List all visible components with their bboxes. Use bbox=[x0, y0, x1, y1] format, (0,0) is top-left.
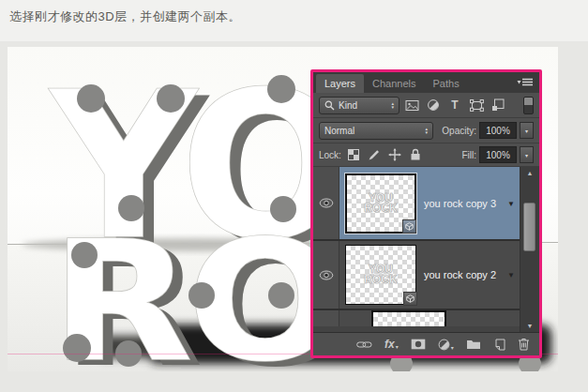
visibility-toggle[interactable] bbox=[313, 241, 339, 309]
layer-name[interactable]: you rock copy 3 bbox=[424, 198, 496, 209]
blend-mode-dropdown[interactable]: Normal ▴▾ bbox=[319, 122, 433, 140]
marquee-dot bbox=[268, 282, 294, 309]
lock-transparency-button[interactable] bbox=[345, 147, 362, 163]
layer-effects-arrow-icon[interactable]: ▼ bbox=[507, 199, 515, 207]
adjustment-layer-button[interactable]: ▾ bbox=[438, 339, 454, 351]
adjustment-layer-icon bbox=[438, 339, 450, 351]
tab-channels[interactable]: Channels bbox=[364, 74, 424, 93]
layer-style-button[interactable]: fx ▾ bbox=[384, 339, 399, 350]
opacity-label: Opacity: bbox=[442, 126, 476, 136]
layer-name[interactable]: you rock copy 2 bbox=[424, 269, 496, 280]
opacity-value-field[interactable]: 100% bbox=[479, 122, 517, 139]
type-filter-icon: T bbox=[451, 98, 458, 112]
lock-pixels-button[interactable] bbox=[366, 147, 383, 163]
lock-position-icon bbox=[388, 148, 401, 161]
adjustment-filter-icon bbox=[427, 98, 440, 112]
opacity-dropdown-button[interactable]: ▾ bbox=[520, 122, 534, 139]
lock-pixels-icon bbox=[368, 148, 381, 161]
screenshot-root: 选择刚才修改的3D层，并创建两个副本。 YO YO RO bbox=[0, 0, 588, 392]
filter-toggle[interactable] bbox=[523, 97, 534, 114]
layer-effects-arrow-icon[interactable]: ▼ bbox=[507, 271, 515, 279]
filter-kind-label: Kind bbox=[339, 100, 357, 111]
delete-layer-button[interactable] bbox=[518, 338, 530, 351]
delete-layer-icon bbox=[518, 338, 530, 351]
new-layer-button[interactable] bbox=[493, 339, 505, 351]
lock-label: Lock: bbox=[319, 150, 341, 160]
layer-thumbnail[interactable]: YOUROCK bbox=[345, 245, 416, 305]
marquee-dot bbox=[267, 75, 295, 103]
layers-list: YOUROCK you rock copy 3 ▼ bbox=[313, 167, 539, 332]
layer-mask-icon bbox=[411, 339, 426, 350]
tab-layers[interactable]: Layers bbox=[316, 74, 364, 93]
visibility-toggle[interactable] bbox=[313, 167, 339, 239]
new-layer-icon bbox=[493, 339, 505, 351]
panel-bottom-toolbar: fx ▾ ▾ bbox=[313, 332, 539, 355]
type-filter-button[interactable]: T bbox=[445, 97, 464, 113]
layers-panel: Layers Channels Paths Kind ▴▾ bbox=[310, 69, 542, 358]
marquee-dot bbox=[71, 242, 98, 268]
fill-value-field[interactable]: 100% bbox=[479, 146, 517, 163]
lock-transparency-icon bbox=[348, 149, 359, 160]
lock-all-icon bbox=[410, 148, 421, 161]
layer-row-partial[interactable] bbox=[313, 310, 520, 326]
smart-object-cube-icon bbox=[406, 294, 415, 303]
layer-row-you-rock-copy-3[interactable]: YOUROCK you rock copy 3 ▼ bbox=[313, 167, 520, 241]
marquee-dot bbox=[270, 196, 296, 222]
link-layers-button[interactable] bbox=[356, 340, 372, 349]
smart-object-badge bbox=[403, 292, 417, 306]
tab-paths[interactable]: Paths bbox=[425, 74, 468, 93]
pixel-filter-icon bbox=[405, 99, 419, 112]
marquee-dot bbox=[188, 282, 215, 309]
scroll-up-icon[interactable]: ▲ bbox=[520, 170, 539, 176]
layer-group-icon bbox=[466, 339, 481, 350]
marquee-dot bbox=[63, 334, 91, 362]
adjustment-filter-button[interactable] bbox=[424, 97, 443, 113]
pixel-filter-button[interactable] bbox=[402, 97, 421, 113]
lock-all-button[interactable] bbox=[407, 147, 424, 163]
blend-mode-value: Normal bbox=[324, 126, 354, 136]
marquee-dot bbox=[157, 84, 185, 113]
scrollbar-thumb[interactable] bbox=[523, 203, 535, 251]
panel-tab-bar: Layers Channels Paths bbox=[313, 72, 539, 93]
smart-object-cube-icon bbox=[405, 222, 414, 231]
smart-object-filter-button[interactable] bbox=[489, 97, 507, 113]
layer-thumbnail bbox=[371, 310, 446, 326]
visibility-toggle[interactable] bbox=[313, 310, 339, 326]
link-layers-icon bbox=[356, 340, 372, 349]
flyout-arrow-icon: ▾ bbox=[396, 343, 399, 350]
marquee-dot bbox=[118, 195, 144, 221]
eye-icon bbox=[319, 270, 334, 280]
flyout-arrow-icon: ▾ bbox=[451, 344, 454, 351]
layer-row-you-rock-copy-2[interactable]: YOUROCK you rock copy 2 ▼ bbox=[313, 241, 520, 310]
filter-kind-dropdown[interactable]: Kind ▴▾ bbox=[319, 97, 400, 114]
layer-style-icon: fx bbox=[384, 339, 395, 350]
smart-object-filter-icon bbox=[491, 98, 505, 112]
smart-object-badge bbox=[402, 219, 416, 234]
lock-row: Lock: bbox=[313, 143, 539, 167]
scroll-down-icon[interactable]: ▼ bbox=[520, 323, 539, 329]
blend-row: Normal ▴▾ Opacity: 100% ▾ bbox=[313, 118, 539, 143]
search-icon bbox=[324, 100, 335, 111]
lock-position-button[interactable] bbox=[386, 147, 403, 163]
marquee-dot bbox=[77, 84, 105, 113]
layer-mask-button[interactable] bbox=[411, 339, 426, 350]
dropdown-arrows-icon: ▴▾ bbox=[425, 127, 428, 134]
fill-dropdown-button[interactable]: ▾ bbox=[520, 146, 534, 163]
eye-icon bbox=[319, 198, 334, 208]
shape-filter-icon bbox=[470, 99, 484, 112]
filter-row: Kind ▴▾ T bbox=[313, 93, 539, 118]
panel-menu-button[interactable] bbox=[515, 76, 535, 89]
layer-group-button[interactable] bbox=[466, 339, 481, 350]
shape-filter-button[interactable] bbox=[467, 97, 486, 113]
fill-label: Fill: bbox=[461, 150, 476, 160]
caption-text: 选择刚才修改的3D层，并创建两个副本。 bbox=[9, 8, 241, 25]
layer-thumbnail[interactable]: YOUROCK bbox=[345, 173, 416, 234]
dropdown-arrows-icon: ▴▾ bbox=[391, 101, 394, 109]
layers-scrollbar[interactable]: ▲ ▼ bbox=[520, 167, 539, 332]
panel-menu-icon bbox=[517, 77, 534, 88]
